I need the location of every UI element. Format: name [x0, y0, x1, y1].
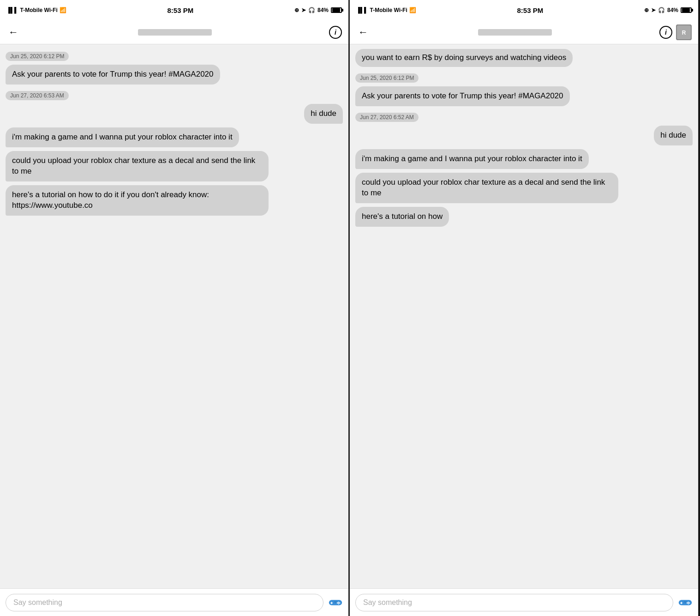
status-left-right: ▐▌▌ T-Mobile Wi-Fi 📶	[356, 7, 416, 13]
info-button-right[interactable]: i	[659, 26, 672, 39]
message-bubble: could you upload your roblox char textur…	[355, 173, 618, 203]
back-button-right[interactable]: ←	[356, 24, 370, 40]
gps-icon: ➤	[301, 7, 306, 13]
svg-point-15	[688, 601, 689, 603]
left-panel: ▐▌▌ T-Mobile Wi-Fi 📶 8:53 PM ⊕ ➤ 🎧 84% ←…	[0, 0, 350, 616]
nav-bar-right: ← i R	[350, 20, 698, 44]
svg-point-16	[689, 602, 690, 604]
chat-area-left: Jun 25, 2020 6:12 PM Ask your parents to…	[0, 44, 348, 588]
battery-icon-right	[681, 7, 692, 13]
svg-point-4	[339, 602, 341, 604]
table-row: i'm making a game and I wanna put your r…	[6, 127, 343, 147]
gps-icon: ➤	[651, 7, 656, 13]
time-right: 8:53 PM	[517, 6, 544, 14]
carrier-label: T-Mobile Wi-Fi	[20, 7, 58, 13]
status-right-right: ⊕ ➤ 🎧 84%	[644, 7, 692, 13]
nav-bar-left: ← i	[0, 20, 348, 44]
right-panel: ▐▌▌ T-Mobile Wi-Fi 📶 8:53 PM ⊕ ➤ 🎧 84% ←…	[350, 0, 700, 616]
timestamp-1-right: Jun 25, 2020 6:12 PM	[355, 73, 419, 83]
table-row: Ask your parents to vote for Trump this …	[355, 86, 693, 106]
status-right-left: ⊕ ➤ 🎧 84%	[294, 7, 342, 13]
table-row: Ask your parents to vote for Trump this …	[6, 65, 343, 85]
signal-bars-icon: ▐▌▌	[6, 7, 18, 13]
back-button-left[interactable]: ←	[6, 24, 20, 40]
message-bubble: hi dude	[304, 104, 343, 124]
table-row: i'm making a game and I wanna put your r…	[355, 149, 693, 169]
svg-text:R: R	[682, 30, 686, 36]
location-icon: ⊕	[294, 7, 299, 13]
info-button-left[interactable]: i	[329, 26, 342, 39]
svg-rect-7	[334, 601, 337, 602]
wifi-icon: 📶	[409, 7, 416, 13]
input-bar-right: Say something	[350, 588, 698, 616]
time-left: 8:53 PM	[168, 6, 194, 14]
chat-area-right: you want to earn R$ by doing surveys and…	[350, 44, 698, 588]
battery-label: 84%	[667, 7, 678, 13]
message-bubble: Ask your parents to vote for Trump this …	[6, 65, 220, 85]
svg-point-8	[335, 602, 336, 603]
svg-rect-19	[684, 601, 687, 602]
svg-point-17	[687, 602, 688, 604]
status-left: ▐▌▌ T-Mobile Wi-Fi 📶	[6, 7, 66, 13]
message-bubble: here's a tutorial on how	[355, 207, 449, 227]
location-icon: ⊕	[644, 7, 649, 13]
message-bubble: could you upload your roblox char textur…	[6, 151, 269, 181]
svg-rect-2	[330, 603, 333, 604]
input-placeholder-right: Say something	[363, 598, 412, 607]
table-row: here's a tutorial on how to do it if you…	[6, 185, 343, 216]
headphone-icon: 🎧	[658, 7, 665, 13]
svg-point-5	[337, 602, 338, 604]
table-row: could you upload your roblox char textur…	[6, 151, 343, 181]
battery-icon-left	[331, 7, 342, 13]
svg-point-20	[685, 602, 686, 603]
game-icon-right[interactable]	[678, 595, 693, 610]
svg-point-3	[338, 601, 339, 603]
svg-point-18	[688, 603, 689, 604]
message-input-right[interactable]: Say something	[355, 594, 673, 611]
timestamp-2-left: Jun 27, 2020 6:53 AM	[6, 91, 69, 100]
status-bar-right: ▐▌▌ T-Mobile Wi-Fi 📶 8:53 PM ⊕ ➤ 🎧 84%	[350, 0, 698, 20]
svg-rect-14	[680, 603, 682, 604]
input-placeholder-left: Say something	[13, 598, 62, 607]
table-row: could you upload your roblox char textur…	[355, 173, 693, 203]
timestamp-1-left: Jun 25, 2020 6:12 PM	[6, 52, 69, 61]
table-row: you want to earn R$ by doing surveys and…	[355, 49, 693, 67]
table-row: here's a tutorial on how	[355, 207, 693, 227]
message-input-left[interactable]: Say something	[6, 594, 323, 611]
avatar: R	[676, 24, 692, 40]
partial-message: you want to earn R$ by doing surveys and…	[355, 49, 573, 67]
headphone-icon: 🎧	[308, 7, 315, 13]
table-row: hi dude	[355, 126, 693, 145]
battery-label: 84%	[317, 7, 329, 13]
table-row: hi dude	[6, 104, 343, 124]
input-bar-left: Say something	[0, 588, 348, 616]
nav-right-group: i R	[659, 24, 692, 40]
message-bubble: i'm making a game and I wanna put your r…	[6, 127, 239, 147]
message-bubble: here's a tutorial on how to do it if you…	[6, 185, 269, 216]
message-bubble: Ask your parents to vote for Trump this …	[355, 86, 570, 106]
message-bubble: i'm making a game and I wanna put your r…	[355, 149, 589, 169]
nav-title-right	[478, 29, 552, 36]
message-bubble: hi dude	[654, 126, 693, 145]
svg-point-6	[338, 603, 339, 604]
status-bar-left: ▐▌▌ T-Mobile Wi-Fi 📶 8:53 PM ⊕ ➤ 🎧 84%	[0, 0, 348, 20]
timestamp-2-right: Jun 27, 2020 6:52 AM	[355, 113, 419, 122]
game-icon-left[interactable]	[328, 595, 343, 610]
wifi-icon: 📶	[60, 7, 66, 13]
nav-title-left	[138, 29, 212, 36]
carrier-label: T-Mobile Wi-Fi	[370, 7, 407, 13]
signal-bars-icon: ▐▌▌	[356, 7, 368, 13]
